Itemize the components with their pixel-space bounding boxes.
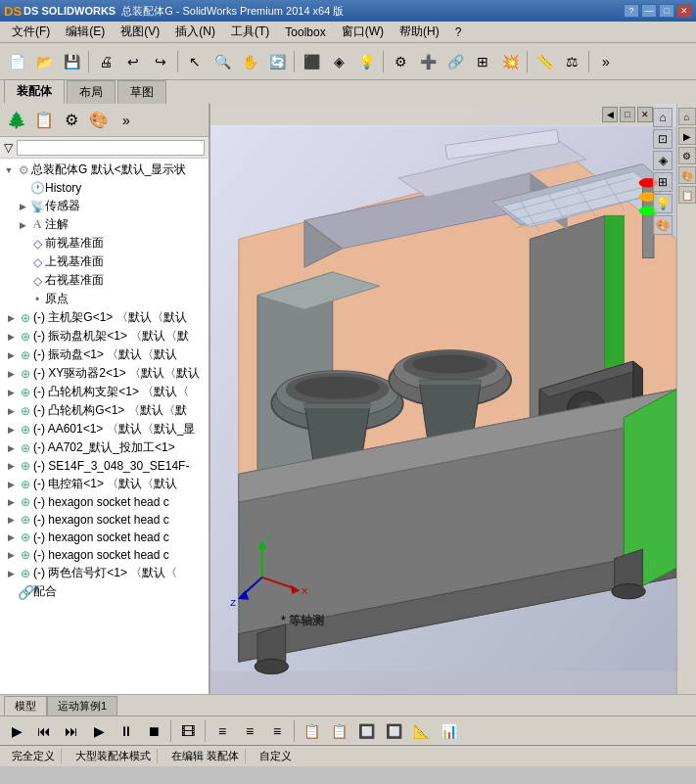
more-left-icon[interactable]: » [114, 108, 139, 133]
toolbar-undo[interactable]: ↩ [120, 49, 146, 74]
toolbar-redo[interactable]: ↪ [148, 49, 173, 74]
bt-pause[interactable]: ⏸ [114, 718, 139, 744]
bt-grid1[interactable]: 🔲 [353, 718, 379, 744]
bt-film[interactable]: 🎞 [175, 718, 201, 744]
toolbar-add-component[interactable]: ➕ [415, 49, 441, 74]
rp-home-btn[interactable]: ⌂ [678, 108, 696, 125]
menu-question[interactable]: ? [447, 23, 470, 41]
bt-list3[interactable]: ≡ [264, 718, 290, 744]
toolbar-save[interactable]: 💾 [59, 49, 84, 74]
main-frame-expander[interactable]: ▶ [4, 311, 18, 325]
tree-vib-dish[interactable]: ▶ ⊕ (-) 振动盘<1> 〈默认〈默认 [0, 346, 209, 364]
status-custom[interactable]: 自定义 [254, 749, 298, 763]
rp-doc-btn[interactable]: 📋 [678, 186, 696, 204]
toolbar-pattern[interactable]: ⊞ [470, 49, 495, 74]
vp-lighting-icon[interactable]: 💡 [653, 194, 673, 213]
tree-hex3[interactable]: ▶ ⊕ (-) hexagon socket head c [0, 529, 209, 546]
rp-gear-btn[interactable]: ⚙ [678, 147, 696, 164]
vp-section-icon[interactable]: ⊞ [653, 172, 673, 192]
vp-appearance-icon[interactable]: 🎨 [653, 215, 673, 235]
tree-xy-driver[interactable]: ▶ ⊕ (-) XY驱动器2<1> 〈默认〈默认 [0, 364, 209, 383]
bt-list1[interactable]: ≡ [209, 718, 235, 744]
tree-mate[interactable]: 🔗 配合 [0, 582, 209, 601]
btab-model[interactable]: 模型 [4, 696, 47, 715]
bt-play2[interactable]: ▶ [86, 718, 112, 744]
toolbar-select[interactable]: ↖ [182, 49, 208, 74]
tree-cam-mech[interactable]: ▶ ⊕ (-) 凸轮机构G<1> 〈默认〈默 [0, 401, 209, 420]
tree-cam-bracket[interactable]: ▶ ⊕ (-) 凸轮机构支架<1> 〈默认〈 [0, 383, 209, 401]
annotations-expander[interactable]: ▶ [16, 218, 29, 232]
tab-layout[interactable]: 布局 [67, 80, 116, 104]
toolbar-rotate[interactable]: 🔄 [264, 49, 290, 74]
filter-input[interactable] [17, 140, 205, 156]
toolbar-mate[interactable]: 🔗 [442, 49, 468, 74]
tree-se14f[interactable]: ▶ ⊕ (-) SE14F_3_048_30_SE14F- [0, 457, 209, 475]
rp-color-btn[interactable]: 🎨 [678, 166, 696, 184]
tree-history[interactable]: 🕐 History [0, 179, 209, 197]
minimize-button[interactable]: — [641, 4, 657, 18]
toolbar-view-iso[interactable]: ◈ [326, 49, 351, 74]
menu-toolbox[interactable]: Toolbox [277, 23, 333, 41]
tree-main-frame[interactable]: ▶ ⊕ (-) 主机架G<1> 〈默认〈默认 [0, 308, 209, 327]
bt-board1[interactable]: 📋 [299, 718, 324, 744]
toolbar-open[interactable]: 📂 [31, 49, 57, 74]
rp-arrow-btn[interactable]: ▶ [678, 127, 696, 145]
tree-aa601[interactable]: ▶ ⊕ (-) AA601<1> 〈默认〈默认_显 [0, 420, 209, 438]
bt-play[interactable]: ▶ [4, 718, 29, 744]
vp-display-icon[interactable]: ◈ [653, 151, 673, 170]
toolbar-view-front[interactable]: ⬛ [299, 49, 324, 74]
toolbar-zoom[interactable]: 🔍 [209, 49, 235, 74]
btab-motion1[interactable]: 运动算例1 [47, 696, 117, 715]
toolbar-print[interactable]: 🖨 [93, 49, 118, 74]
help-button[interactable]: ? [624, 4, 639, 18]
toolbar-pan[interactable]: ✋ [237, 49, 262, 74]
tree-hex1[interactable]: ▶ ⊕ (-) hexagon socket head c [0, 493, 209, 511]
tree-right-plane[interactable]: ◇ 右视基准面 [0, 271, 209, 290]
feature-tree-icon[interactable]: 🌲 [4, 108, 29, 133]
vp-zoom-fit-icon[interactable]: ⊡ [653, 129, 673, 149]
bt-prev[interactable]: ⏮ [31, 718, 57, 744]
history-expander[interactable] [16, 181, 29, 195]
tree-top-plane[interactable]: ◇ 上视基准面 [0, 253, 209, 271]
property-manager-icon[interactable]: 📋 [31, 108, 57, 133]
config-manager-icon[interactable]: ⚙ [59, 108, 84, 133]
tab-assembly[interactable]: 装配体 [4, 79, 65, 104]
maximize-button[interactable]: □ [659, 4, 674, 18]
menu-file[interactable]: 文件(F) [4, 22, 58, 42]
tree-sensors[interactable]: ▶ 📡 传感器 [0, 197, 209, 215]
menu-edit[interactable]: 编辑(E) [58, 22, 113, 42]
menu-insert[interactable]: 插入(N) [167, 22, 223, 42]
tree-front-plane[interactable]: ◇ 前视基准面 [0, 234, 209, 253]
tree-aa702[interactable]: ▶ ⊕ (-) AA702_默认_投加工<1> [0, 438, 209, 457]
toolbar-more[interactable]: » [593, 49, 619, 74]
tree-vib-frame[interactable]: ▶ ⊕ (-) 振动盘机架<1> 〈默认〈默 [0, 327, 209, 346]
tree-hex2[interactable]: ▶ ⊕ (-) hexagon socket head c [0, 511, 209, 529]
bt-stop[interactable]: ⏹ [141, 718, 166, 744]
tab-sketch[interactable]: 草图 [117, 80, 166, 104]
vp-home-icon[interactable]: ⌂ [653, 108, 673, 127]
window-controls[interactable]: ? — □ ✕ [624, 4, 692, 18]
menu-view[interactable]: 视图(V) [113, 22, 167, 42]
bt-dim[interactable]: 📐 [408, 718, 434, 744]
menu-tools[interactable]: 工具(T) [223, 22, 277, 42]
3d-viewport[interactable]: ◀ □ ✕ [210, 104, 676, 694]
bt-chart[interactable]: 📊 [436, 718, 461, 744]
bt-list2[interactable]: ≡ [237, 718, 262, 744]
tree-root[interactable]: ▼ ⚙ 总装配体G 默认<默认_显示状 [0, 161, 209, 179]
toolbar-new[interactable]: 📄 [4, 49, 29, 74]
tree-annotations[interactable]: ▶ A 注解 [0, 215, 209, 234]
tree-control-box[interactable]: ▶ ⊕ (-) 电控箱<1> 〈默认〈默认 [0, 475, 209, 493]
tree-origin[interactable]: • 原点 [0, 290, 209, 308]
dim-expert-icon[interactable]: 🎨 [86, 108, 112, 133]
bt-next[interactable]: ⏭ [59, 718, 84, 744]
bt-board2[interactable]: 📋 [326, 718, 351, 744]
toolbar-display[interactable]: 💡 [353, 49, 379, 74]
tree-hex4[interactable]: ▶ ⊕ (-) hexagon socket head c [0, 546, 209, 564]
toolbar-explode[interactable]: 💥 [497, 49, 523, 74]
menu-help[interactable]: 帮助(H) [392, 22, 447, 42]
toolbar-options[interactable]: ⚙ [388, 49, 413, 74]
toolbar-mass-props[interactable]: ⚖ [559, 49, 584, 74]
bt-grid2[interactable]: 🔲 [381, 718, 406, 744]
root-expander[interactable]: ▼ [2, 163, 16, 177]
close-button[interactable]: ✕ [676, 4, 692, 18]
